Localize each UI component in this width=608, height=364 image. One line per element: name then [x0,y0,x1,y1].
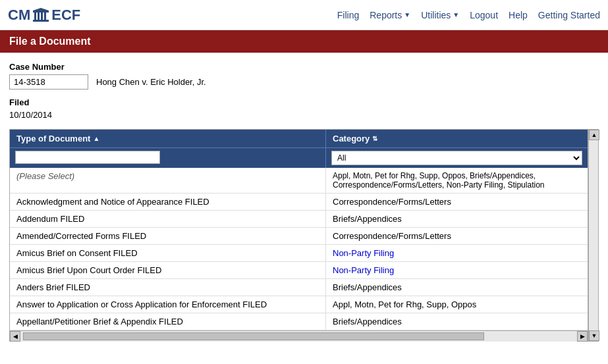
cell-category: Correspondence/Forms/Letters [326,194,588,210]
cell-category: Correspondence/Forms/Letters [326,228,588,244]
cell-category: Briefs/Appendices [326,211,588,227]
logo-cm-text: CM [8,7,30,24]
filed-section: Filed 10/10/2014 [9,97,599,120]
col-category-header[interactable]: Category ⇅ [326,130,588,147]
svg-marker-6 [33,8,49,11]
case-title: Hong Chen v. Eric Holder, Jr. [96,77,206,87]
cell-doc-type: Addendum FILED [10,211,326,227]
scroll-right-arrow[interactable]: ▶ [577,331,588,342]
page-title: File a Document [0,30,608,53]
case-number-input[interactable] [9,74,88,90]
scroll-up-arrow[interactable]: ▲ [589,130,599,140]
cell-doc-type: Acknowledgment and Notice of Appearance … [10,194,326,210]
cell-category: Appl, Motn, Pet for Rhg, Supp, Oppos [326,296,588,313]
cell-category: Non-Party Filing [326,262,588,278]
case-number-label: Case Number [9,62,599,72]
document-table-outer: Type of Document ▲ Category ⇅ [9,129,599,342]
vertical-scrollbar: ▲ ▼ [588,129,599,342]
filter-row: All [10,147,588,168]
logo-icon [32,8,50,22]
header: CM ECF Filing Reports ▼ U [0,0,608,30]
filed-date: 10/10/2014 [9,110,599,120]
main-content: File a Document Case Number Hong Chen v.… [0,30,608,342]
svg-rect-0 [33,20,49,22]
table-row[interactable]: Amended/Corrected Forms FILEDCorresponde… [10,228,588,245]
horizontal-scrollbar-thumb[interactable] [23,332,484,340]
svg-rect-5 [33,11,49,13]
scroll-down-arrow[interactable]: ▼ [589,330,599,341]
svg-rect-2 [38,13,40,20]
document-table-main: Type of Document ▲ Category ⇅ [9,129,588,342]
col-type-label: Type of Document [16,134,90,143]
type-filter-input[interactable] [15,151,160,164]
case-number-row: Hong Chen v. Eric Holder, Jr. [9,74,599,90]
category-select[interactable]: All [331,151,582,165]
table-row[interactable]: Acknowledgment and Notice of Appearance … [10,194,588,211]
cell-category: Briefs/Appendices [326,279,588,296]
svg-rect-3 [41,13,43,20]
table-row[interactable]: Anders Brief FILEDBriefs/Appendices [10,279,588,296]
table-row[interactable]: (Please Select)Appl, Motn, Pet for Rhg, … [10,168,588,194]
table-row[interactable]: Amicus Brief on Consent FILEDNon-Party F… [10,245,588,262]
document-table-wrapper: Type of Document ▲ Category ⇅ [9,129,588,342]
nav-reports[interactable]: Reports ▼ [370,10,410,20]
cell-doc-type: Appellant/Petitioner Brief & Appendix FI… [10,313,326,330]
table-row[interactable]: Appellant/Petitioner Brief & Appendix FI… [10,313,588,330]
col-category-label: Category [333,134,370,143]
svg-rect-1 [34,13,36,20]
cell-doc-type: Anders Brief FILED [10,279,326,296]
cell-doc-type: Answer to Application or Cross Applicati… [10,296,326,313]
utilities-dropdown-arrow: ▼ [453,11,459,18]
scroll-left-arrow[interactable]: ◀ [10,331,20,342]
cell-category: Appl, Motn, Pet for Rhg, Supp, Oppos, Br… [326,168,588,193]
nav-utilities[interactable]: Utilities ▼ [421,10,459,20]
svg-rect-4 [44,13,46,20]
filter-input-cell [10,148,326,168]
nav-help[interactable]: Help [509,10,528,20]
content-area: Case Number Hong Chen v. Eric Holder, Jr… [0,53,608,342]
cell-doc-type: Amicus Brief on Consent FILED [10,245,326,261]
table-row[interactable]: Amicus Brief Upon Court Order FILEDNon-P… [10,262,588,279]
scroll-track-vertical [589,140,598,330]
cell-category: Non-Party Filing [326,245,588,261]
reports-dropdown-arrow: ▼ [404,11,410,18]
col-type-header[interactable]: Type of Document ▲ [10,130,326,147]
table-header-row: Type of Document ▲ Category ⇅ [10,130,588,147]
table-body: (Please Select)Appl, Motn, Pet for Rhg, … [10,168,588,330]
filed-label: Filed [9,97,599,107]
col-category-sort-arrow[interactable]: ⇅ [372,135,377,142]
table-row[interactable]: Answer to Application or Cross Applicati… [10,296,588,313]
logo-ecf-text: ECF [51,7,80,24]
nav-getting-started[interactable]: Getting Started [538,10,600,20]
nav-logout[interactable]: Logout [470,10,498,20]
table-row[interactable]: Addendum FILEDBriefs/Appendices [10,211,588,228]
logo: CM ECF [8,7,80,24]
cell-category: Briefs/Appendices [326,313,588,330]
col-type-sort-arrow[interactable]: ▲ [93,135,99,142]
nav-filing[interactable]: Filing [337,10,359,20]
cell-doc-type: (Please Select) [10,168,326,193]
cell-doc-type: Amicus Brief Upon Court Order FILED [10,262,326,278]
filter-select-cell: All [326,148,588,168]
nav-bar: Filing Reports ▼ Utilities ▼ Logout Help… [337,10,600,20]
cell-doc-type: Amended/Corrected Forms FILED [10,228,326,244]
